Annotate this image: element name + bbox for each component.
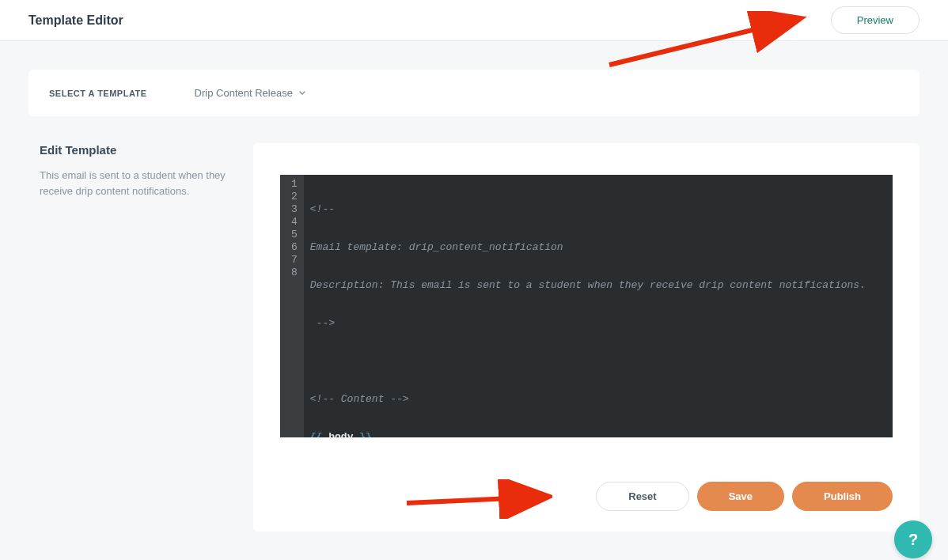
action-bar: Reset Save Publish [280, 482, 893, 511]
code-content[interactable]: <!-- Email template: drip_content_notifi… [304, 175, 872, 437]
line-number: 7 [291, 254, 298, 267]
editor-card: 1 2 3 4 5 6 7 8 <!-- Email template: dri… [253, 143, 920, 532]
code-comment: <!-- [310, 203, 335, 215]
save-button[interactable]: Save [697, 482, 784, 511]
line-number: 3 [291, 203, 298, 216]
select-template-card: SELECT A TEMPLATE Drip Content Release [28, 70, 920, 116]
template-dropdown-value: Drip Content Release [195, 87, 293, 99]
select-template-label: SELECT A TEMPLATE [49, 89, 147, 98]
edit-template-title: Edit Template [40, 143, 237, 157]
code-comment: --> [310, 317, 335, 329]
line-number: 4 [291, 216, 298, 229]
code-comment: Description: This email is sent to a stu… [310, 279, 866, 291]
code-brace: {{ [310, 431, 323, 437]
line-number: 6 [291, 241, 298, 254]
code-comment: Email template: drip_content_notificatio… [310, 241, 563, 253]
publish-button[interactable]: Publish [792, 482, 893, 511]
page-title: Template Editor [28, 13, 123, 28]
chevron-down-icon [299, 90, 305, 96]
main-content: Edit Template This email is sent to a st… [28, 143, 920, 532]
reset-button[interactable]: Reset [596, 482, 688, 511]
code-body-var: body [322, 431, 359, 437]
line-number: 2 [291, 191, 298, 203]
help-button[interactable]: ? [894, 520, 932, 558]
code-editor[interactable]: 1 2 3 4 5 6 7 8 <!-- Email template: dri… [280, 175, 893, 437]
line-number: 8 [291, 267, 298, 279]
edit-template-description: This email is sent to a student when the… [40, 168, 237, 199]
code-brace: }} [359, 431, 372, 437]
code-gutter: 1 2 3 4 5 6 7 8 [280, 175, 304, 437]
edit-template-sidebar: Edit Template This email is sent to a st… [28, 143, 253, 532]
help-icon: ? [908, 531, 918, 549]
preview-button[interactable]: Preview [831, 6, 920, 34]
line-number: 1 [291, 178, 298, 191]
template-dropdown[interactable]: Drip Content Release [195, 87, 305, 99]
code-comment: <!-- Content --> [310, 393, 409, 405]
page-header: Template Editor Preview [0, 0, 948, 41]
line-number: 5 [291, 229, 298, 241]
